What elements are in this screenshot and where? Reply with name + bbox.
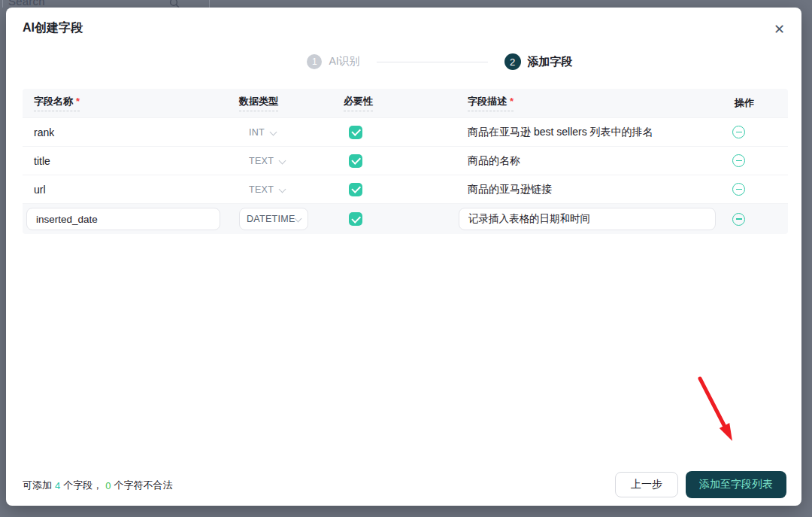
chevron-down-icon bbox=[280, 187, 286, 193]
invalid-count: 0 bbox=[105, 480, 111, 491]
required-checkbox[interactable] bbox=[349, 154, 362, 168]
table-row-editing: DATETIME bbox=[23, 204, 788, 234]
field-description-input[interactable] bbox=[459, 208, 716, 230]
close-icon[interactable]: ✕ bbox=[769, 18, 789, 41]
field-description-text: 商品在亚马逊 best sellers 列表中的排名 bbox=[459, 126, 723, 139]
previous-step-button[interactable]: 上一步 bbox=[615, 472, 678, 497]
modal-title: AI创建字段 bbox=[23, 20, 83, 36]
fields-table: 字段名称* 数据类型 必要性 字段描述* 操作 rank INT 商品在亚马逊 … bbox=[23, 89, 788, 234]
field-description-text: 商品的名称 bbox=[459, 154, 723, 168]
field-type-dropdown[interactable]: INT bbox=[239, 127, 344, 138]
background-topbar: Search bbox=[0, 0, 812, 8]
field-type-dropdown[interactable]: TEXT bbox=[239, 184, 344, 195]
remove-field-button[interactable] bbox=[732, 126, 745, 138]
addable-count: 4 bbox=[55, 480, 60, 491]
step-1-circle: 1 bbox=[307, 54, 322, 69]
field-name-text: rank bbox=[23, 126, 239, 138]
required-asterisk: * bbox=[76, 96, 80, 107]
step-2-circle: 2 bbox=[504, 53, 521, 70]
field-type-dropdown[interactable]: DATETIME bbox=[239, 208, 308, 230]
field-name-text: title bbox=[23, 155, 239, 167]
step-add-fields: 2 添加字段 bbox=[504, 53, 573, 70]
stepper-connector bbox=[377, 62, 488, 62]
search-input[interactable]: Search bbox=[8, 0, 45, 8]
table-header-row: 字段名称* 数据类型 必要性 字段描述* 操作 bbox=[23, 89, 788, 118]
footer-buttons: 上一步 添加至字段列表 bbox=[615, 471, 786, 498]
table-row: url TEXT 商品的亚马逊链接 bbox=[23, 175, 788, 204]
field-type-dropdown[interactable]: TEXT bbox=[239, 156, 344, 166]
required-asterisk: * bbox=[510, 96, 514, 107]
chevron-down-icon bbox=[271, 129, 277, 135]
header-description: 字段描述* bbox=[459, 95, 723, 111]
chevron-down-icon bbox=[280, 158, 286, 164]
required-checkbox[interactable] bbox=[349, 212, 362, 226]
minus-circle-icon bbox=[736, 189, 742, 190]
stepper: 1 AI识别 2 添加字段 bbox=[42, 53, 812, 70]
add-to-field-list-button[interactable]: 添加至字段列表 bbox=[686, 471, 786, 498]
field-name-input[interactable] bbox=[26, 208, 220, 230]
ai-create-field-modal: AI创建字段 ✕ 1 AI识别 2 添加字段 字段名称* 数据类型 必要性 字段… bbox=[6, 8, 801, 506]
minus-circle-icon bbox=[736, 132, 742, 133]
remove-field-button[interactable] bbox=[732, 183, 745, 196]
table-row: rank INT 商品在亚马逊 best sellers 列表中的排名 bbox=[23, 118, 788, 147]
required-checkbox[interactable] bbox=[349, 126, 362, 139]
dimmed-background: Search AI创建字段 ✕ 1 AI识别 2 添加字段 字段名称* bbox=[0, 0, 812, 517]
header-actions: 操作 bbox=[723, 96, 788, 110]
chevron-down-icon bbox=[295, 216, 301, 222]
header-required: 必要性 bbox=[344, 95, 459, 111]
search-box-border bbox=[2, 0, 3, 8]
header-data-type: 数据类型 bbox=[239, 95, 344, 111]
table-row: title TEXT 商品的名称 bbox=[23, 147, 788, 175]
minus-circle-icon bbox=[736, 160, 742, 162]
step-1-label: AI识别 bbox=[329, 55, 359, 68]
remove-field-button[interactable] bbox=[732, 213, 745, 226]
field-name-text: url bbox=[23, 184, 239, 196]
remove-field-button[interactable] bbox=[732, 154, 745, 167]
step-ai-recognize: 1 AI识别 bbox=[307, 54, 359, 69]
step-2-label: 添加字段 bbox=[528, 55, 573, 69]
header-field-name: 字段名称* bbox=[23, 95, 239, 111]
topbar-divider bbox=[209, 0, 210, 8]
field-count-summary: 可添加 4 个字段， 0 个字符不合法 bbox=[23, 479, 172, 492]
search-icon bbox=[169, 0, 180, 8]
field-description-text: 商品的亚马逊链接 bbox=[459, 183, 723, 196]
required-checkbox[interactable] bbox=[349, 183, 362, 196]
minus-circle-icon bbox=[736, 218, 742, 220]
